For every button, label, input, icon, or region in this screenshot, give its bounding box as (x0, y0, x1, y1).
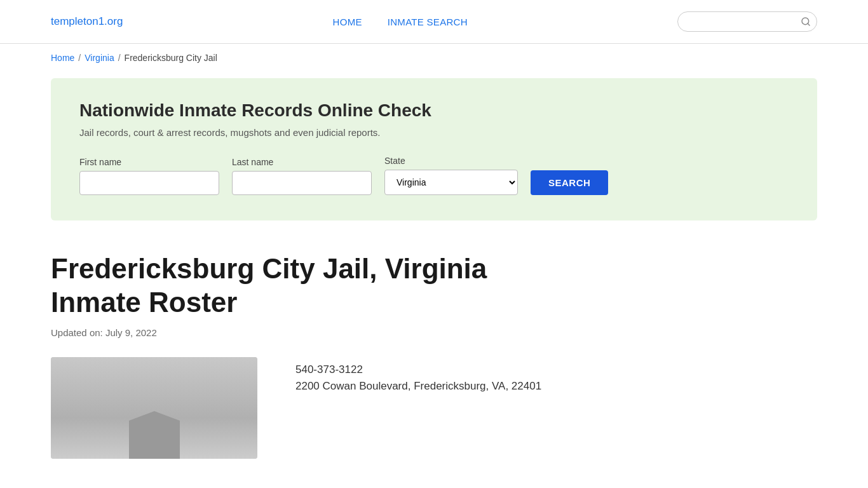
banner-subtitle: Jail records, court & arrest records, mu… (79, 127, 789, 138)
first-name-group: First name (79, 157, 219, 195)
header-search-input[interactable] (677, 11, 817, 32)
inmate-search-form: First name Last name State VirginiaAlaba… (79, 156, 789, 195)
header-search-button[interactable] (801, 17, 811, 27)
breadcrumb-home[interactable]: Home (51, 53, 74, 63)
jail-address: 2200 Cowan Boulevard, Fredericksburg, VA… (295, 380, 541, 393)
breadcrumb-state[interactable]: Virginia (85, 53, 114, 63)
svg-line-1 (808, 24, 810, 25)
main-nav: HOME INMATE SEARCH (333, 17, 468, 27)
building-icon (129, 421, 180, 459)
breadcrumb-sep-2: / (118, 53, 121, 63)
page-title: Fredericksburg City Jail, Virginia Inmat… (51, 252, 496, 320)
jail-image-inner (51, 357, 257, 459)
search-button[interactable]: SEARCH (531, 170, 608, 195)
nav-inmate-search[interactable]: INMATE SEARCH (388, 17, 468, 27)
last-name-label: Last name (232, 157, 372, 167)
site-logo[interactable]: templeton1.org (51, 15, 123, 28)
jail-image (51, 357, 257, 459)
search-icon (801, 17, 811, 27)
last-name-group: Last name (232, 157, 372, 195)
state-label: State (384, 156, 518, 166)
site-header: templeton1.org HOME INMATE SEARCH (0, 0, 868, 44)
breadcrumb-current: Fredericksburg City Jail (125, 53, 217, 63)
state-select[interactable]: VirginiaAlabamaAlaskaArizonaArkansasCali… (384, 170, 518, 195)
breadcrumb-sep-1: / (78, 53, 81, 63)
jail-info: 540-373-3122 2200 Cowan Boulevard, Frede… (295, 357, 541, 393)
search-banner: Nationwide Inmate Records Online Check J… (51, 78, 817, 220)
jail-phone: 540-373-3122 (295, 363, 541, 376)
nav-home[interactable]: HOME (333, 17, 362, 27)
last-name-input[interactable] (232, 171, 372, 195)
banner-title: Nationwide Inmate Records Online Check (79, 100, 789, 121)
first-name-input[interactable] (79, 171, 219, 195)
main-content: Fredericksburg City Jail, Virginia Inmat… (0, 240, 868, 471)
first-name-label: First name (79, 157, 219, 167)
breadcrumb: Home / Virginia / Fredericksburg City Ja… (0, 44, 868, 72)
header-search-wrapper (677, 11, 817, 32)
updated-date: Updated on: July 9, 2022 (51, 327, 817, 338)
state-group: State VirginiaAlabamaAlaskaArizonaArkans… (384, 156, 518, 195)
bottom-section: 540-373-3122 2200 Cowan Boulevard, Frede… (51, 357, 817, 459)
